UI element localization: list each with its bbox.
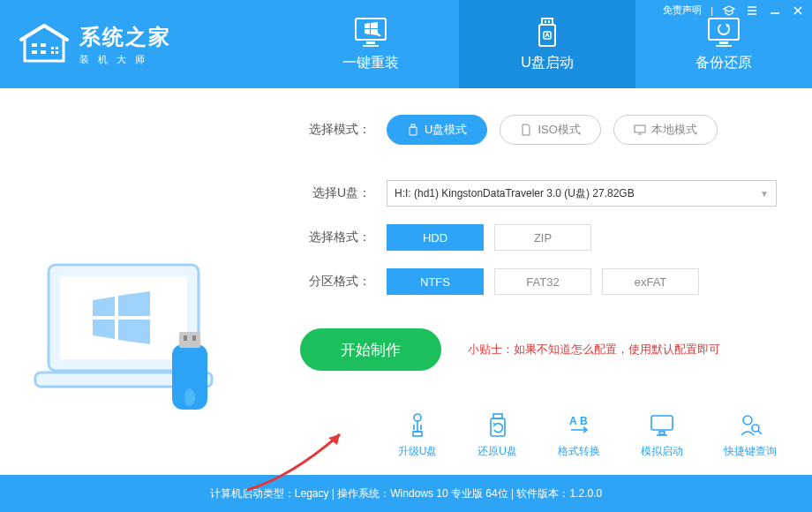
monitor-icon [649, 412, 675, 439]
boot-type-value: Legacy [295, 487, 329, 500]
format-row: 选择格式： HDD ZIP [300, 224, 777, 251]
svg-point-27 [184, 388, 195, 406]
main-content: 选择模式： U盘模式 ISO模式 本地模式 选择U盘： H:I: (hd1) K… [0, 88, 812, 475]
tool-restore-usb[interactable]: 还原U盘 [477, 412, 517, 459]
svg-rect-18 [716, 45, 732, 47]
logo-text: 系统之家 装机大师 [79, 23, 171, 66]
close-button[interactable] [791, 4, 805, 17]
svg-point-40 [752, 425, 759, 432]
partition-exfat-button[interactable]: exFAT [602, 268, 699, 295]
mode-usb-text: U盘模式 [425, 122, 467, 138]
mode-row: 选择模式： U盘模式 ISO模式 本地模式 [300, 115, 777, 145]
usb-restore-icon [485, 412, 511, 439]
svg-rect-3 [41, 50, 46, 54]
partition-label: 分区格式： [300, 274, 371, 290]
person-search-icon [737, 412, 763, 439]
app-logo-icon [18, 22, 71, 66]
logo-sub: 装机大师 [79, 53, 171, 66]
usb-select-value: H:I: (hd1) KingstonDataTraveler 3.0 (U盘)… [395, 186, 635, 201]
mode-label: 选择模式： [300, 122, 371, 138]
partition-ntfs-button[interactable]: NTFS [387, 268, 484, 295]
svg-rect-9 [366, 41, 375, 44]
svg-rect-10 [363, 45, 379, 47]
tab-label: U盘启动 [521, 54, 574, 72]
boot-type-label: 计算机启动类型： [210, 486, 295, 501]
svg-text:B: B [580, 415, 588, 427]
usb-select-row: 选择U盘： H:I: (hd1) KingstonDataTraveler 3.… [300, 180, 777, 207]
mode-iso-button[interactable]: ISO模式 [500, 115, 600, 145]
svg-rect-26 [192, 335, 196, 341]
svg-rect-38 [659, 432, 665, 434]
vline: | [710, 5, 713, 16]
svg-rect-4 [51, 47, 54, 49]
bottom-tools: 升级U盘 还原U盘 AB 格式转换 模拟启动 快捷键查询 [398, 412, 777, 459]
svg-point-39 [743, 416, 752, 425]
action-row: 开始制作 小贴士：如果不知道怎么配置，使用默认配置即可 [300, 328, 777, 371]
svg-rect-14 [539, 25, 555, 46]
start-create-button[interactable]: 开始制作 [300, 328, 441, 371]
version-value: 1.2.0.0 [569, 487, 602, 500]
mode-iso-text: ISO模式 [538, 122, 580, 138]
monitor-restore-icon [705, 17, 742, 49]
disclaimer-link[interactable]: 免责声明 [663, 4, 702, 17]
svg-rect-29 [410, 127, 417, 135]
tip-text: 小贴士：如果不知道怎么配置，使用默认配置即可 [468, 342, 720, 358]
mode-usb-button[interactable]: U盘模式 [387, 115, 487, 145]
graduation-cap-icon[interactable] [722, 4, 736, 17]
chevron-down-icon: ▼ [760, 189, 769, 199]
sep: | [508, 487, 517, 500]
svg-rect-13 [548, 20, 550, 23]
partition-row: 分区格式： NTFS FAT32 exFAT [300, 268, 777, 295]
status-bar: 计算机启动类型： Legacy | 操作系统： Windows 10 专业版 6… [0, 475, 812, 512]
tool-format-convert[interactable]: AB 格式转换 [558, 412, 600, 459]
svg-rect-17 [719, 41, 728, 44]
monitor-small-icon [634, 124, 646, 136]
usb-small-icon [407, 124, 419, 136]
svg-rect-37 [651, 416, 673, 430]
svg-point-31 [414, 414, 421, 421]
svg-rect-12 [545, 20, 546, 23]
monitor-windows-icon [352, 17, 389, 49]
sep: | [329, 487, 338, 500]
tool-label: 还原U盘 [477, 444, 517, 459]
usb-select-label: 选择U盘： [300, 185, 371, 201]
tool-label: 格式转换 [558, 444, 600, 459]
svg-rect-5 [56, 47, 58, 49]
svg-rect-30 [635, 125, 645, 132]
file-small-icon [520, 124, 532, 136]
svg-rect-7 [56, 51, 58, 54]
laptop-usb-illustration [26, 247, 238, 433]
svg-rect-1 [32, 50, 37, 54]
minimize-button[interactable] [768, 4, 782, 17]
titlebar-controls: 免责声明 | [663, 4, 805, 17]
format-hdd-button[interactable]: HDD [387, 224, 484, 251]
svg-rect-11 [542, 19, 553, 25]
svg-rect-25 [184, 335, 187, 341]
svg-rect-24 [179, 332, 200, 348]
os-label: 操作系统： [337, 486, 390, 501]
tab-one-click-reinstall[interactable]: 一键重装 [282, 0, 459, 88]
svg-rect-0 [32, 43, 37, 47]
svg-rect-21 [60, 276, 187, 359]
tool-upgrade-usb[interactable]: 升级U盘 [398, 412, 438, 459]
tool-label: 模拟启动 [641, 444, 683, 459]
logo-area: 系统之家 装机大师 [0, 0, 282, 88]
menu-icon[interactable] [745, 4, 759, 17]
tab-usb-boot[interactable]: U盘启动 [459, 0, 635, 88]
tab-label: 备份还原 [695, 54, 752, 72]
config-rows: 选择模式： U盘模式 ISO模式 本地模式 选择U盘： H:I: (hd1) K… [300, 115, 777, 295]
tool-hotkey-lookup[interactable]: 快捷键查询 [724, 412, 777, 459]
svg-rect-2 [41, 43, 46, 47]
format-label: 选择格式： [300, 230, 371, 245]
usb-drive-icon [529, 17, 566, 49]
tool-simulate-boot[interactable]: 模拟启动 [641, 412, 683, 459]
svg-text:A: A [569, 415, 577, 427]
svg-rect-6 [51, 51, 54, 54]
usb-up-icon [404, 412, 431, 439]
partition-fat32-button[interactable]: FAT32 [494, 268, 591, 295]
app-header: 系统之家 装机大师 一键重装 U盘启动 [0, 0, 812, 88]
format-zip-button[interactable]: ZIP [494, 224, 591, 251]
logo-main: 系统之家 [79, 23, 171, 51]
mode-local-button[interactable]: 本地模式 [613, 115, 718, 145]
usb-select-dropdown[interactable]: H:I: (hd1) KingstonDataTraveler 3.0 (U盘)… [387, 180, 777, 207]
